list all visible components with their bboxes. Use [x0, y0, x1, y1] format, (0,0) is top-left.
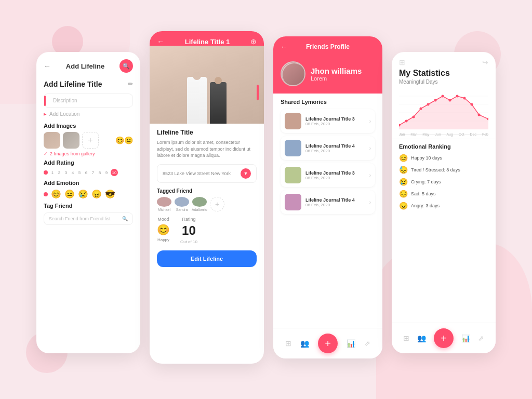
chart-dot-10 [463, 97, 466, 100]
rating-10[interactable]: 10 [111, 169, 118, 176]
gallery-text: 2 Images from gallery [50, 151, 95, 156]
emotion-neutral[interactable]: 😑 [64, 189, 75, 199]
rating-label: Rating [182, 217, 195, 222]
journal-date-3: 08 Feb, 2020 [305, 176, 365, 180]
logout-icon[interactable]: ↪ [482, 58, 488, 66]
friends-nav-icon[interactable]: 👥 [300, 339, 309, 348]
friend-adalberto-name: Adalberto [192, 208, 207, 211]
image-thumb-2[interactable] [63, 132, 79, 149]
images-row: + 😊😐 [36, 130, 140, 150]
tagged-friend-label: Tagged Friend [157, 188, 257, 194]
add-image-button[interactable]: + [82, 132, 99, 149]
rating-7[interactable]: 7 [90, 170, 96, 175]
rating-1[interactable]: 1 [50, 170, 55, 175]
stats-nav-icon-active[interactable]: 📊 [461, 334, 470, 342]
rating-5[interactable]: 5 [77, 170, 82, 175]
happy-emoji: 😊 [399, 154, 408, 162]
friend-adalberto-avatar [192, 197, 207, 207]
mood-rating-row: Mood 😊 Happy Rating 10 Out of 10 [157, 217, 257, 244]
rating-emoji: 😊😐 [115, 136, 133, 144]
description-field[interactable]: Discription [44, 94, 133, 108]
journal-item-4[interactable]: Lifeline Journal Title 4 06 Feb, 2020 › [281, 190, 375, 214]
journal-title-4: Lifeline Journal Title 4 [305, 197, 365, 203]
grid-icon[interactable]: ⊞ [399, 58, 405, 66]
search-button[interactable]: 🔍 [119, 59, 133, 73]
add-friend-button[interactable]: + [210, 197, 224, 211]
mood-name: Happy [157, 237, 169, 242]
friend-michael[interactable]: Michael [157, 197, 171, 211]
journal-info-3: Lifeline Journal Title 3 08 Feb, 2020 [305, 170, 365, 180]
home-nav-icon[interactable]: ⊞ [403, 334, 409, 342]
sad-label: Sad: 5 days [411, 191, 436, 196]
journal-item-2[interactable]: Lifeline Journal Title 4 06 Feb, 2020 › [281, 136, 375, 160]
friend-adalberto[interactable]: Adalberto [192, 197, 207, 211]
journal-title-2: Lifeline Journal Title 4 [305, 143, 365, 149]
friend-sandra[interactable]: Sandra [175, 197, 189, 211]
profile-info: Jhon williams Lorem [311, 66, 362, 82]
journal-thumb-3 [285, 167, 301, 183]
chevron-icon-3: › [369, 172, 371, 178]
back-icon[interactable]: ← [157, 37, 164, 46]
fab-button[interactable]: + [434, 328, 454, 348]
rating-9[interactable]: 9 [104, 170, 109, 175]
share-icon[interactable]: ⊕ [250, 37, 257, 46]
journal-title-3: Lifeline Journal Title 3 [305, 170, 365, 176]
home-nav-icon[interactable]: ⊞ [285, 339, 291, 348]
stats-nav-icon[interactable]: 📊 [347, 339, 355, 348]
rating-3[interactable]: 3 [63, 170, 69, 175]
search-friend-field[interactable]: Search Friend from Friend list 🔍 [44, 212, 133, 225]
back-icon[interactable]: ← [281, 43, 288, 51]
journal-thumb-2 [285, 140, 301, 156]
emotion-sad: 😔 Sad: 5 days [399, 190, 488, 198]
rating-8[interactable]: 8 [97, 170, 102, 175]
chart-svg [399, 88, 488, 129]
phone4-header: ⊞ ↪ [392, 52, 496, 69]
add-lifeline-title-label: Add Lifeline Title [44, 80, 102, 88]
image-thumb-1[interactable] [44, 132, 60, 149]
emotion-ranking-section: Emotional Ranking 😊 Happy 10 days 😓 Tire… [392, 143, 496, 210]
journal-item-3[interactable]: Lifeline Journal Title 3 08 Feb, 2020 › [281, 163, 375, 187]
share-nav-icon[interactable]: ⇗ [478, 334, 484, 342]
fab-button[interactable]: + [318, 334, 338, 353]
phone1-header: ← Add Lifeline 🔍 [36, 52, 140, 77]
phone1-header-title: Add Lifeline [66, 62, 104, 70]
chart-dot-2 [405, 120, 408, 123]
emotion-happy: 😊 Happy 10 days [399, 154, 488, 162]
journal-info-1: Lifeline Journal Title 3 08 Feb, 2020 [305, 116, 365, 126]
search-friend-icon: 🔍 [122, 216, 128, 221]
add-location-label: Add Location [49, 111, 79, 117]
chevron-icon-2: › [369, 145, 371, 151]
friends-nav-icon[interactable]: 👥 [417, 334, 426, 342]
journal-thumb-4 [285, 194, 301, 210]
profile-name: Jhon williams [311, 66, 362, 75]
rating-2[interactable]: 2 [57, 170, 62, 175]
x-label-jan: Jan [399, 132, 405, 136]
mood-col: Mood 😊 Happy [157, 217, 170, 242]
x-label-feb: Feb [482, 132, 488, 136]
gallery-label: ✓ 2 Images from gallery [36, 150, 140, 157]
emotion-happy[interactable]: 😊 [51, 189, 61, 199]
x-label-jun: Jun [435, 132, 441, 136]
rating-6[interactable]: 6 [84, 170, 89, 175]
emotion-crying: 😢 Crying: 7 days [399, 178, 488, 186]
add-emotion-label: Add Emotion [36, 178, 140, 188]
journal-item-1[interactable]: Lifeline Journal Title 3 08 Feb, 2020 › [281, 109, 375, 133]
add-location-row[interactable]: ▸ Add Location [44, 111, 133, 117]
phone2-body: Lifeline Title Lorem ipsum dolor sit ame… [150, 124, 264, 272]
back-icon[interactable]: ← [44, 62, 51, 70]
share-nav-icon[interactable]: ⇗ [364, 339, 370, 348]
emotion-cool[interactable]: 😎 [105, 189, 115, 199]
address-text: 8523 Lake View Street New York [163, 171, 231, 176]
phone-statistics: ⊞ ↪ My Statistics Meaningful Days [392, 52, 496, 353]
edit-icon[interactable]: ✏ [128, 81, 133, 88]
rating-4[interactable]: 4 [70, 170, 75, 175]
red-indicator [44, 96, 46, 106]
phone3-body: Shared Lymories Lifeline Journal Title 3… [273, 94, 382, 222]
friends-row: Michael Sandra Adalberto + [157, 197, 257, 211]
edit-lifeline-button[interactable]: Edit Lifeline [157, 250, 257, 267]
emotion-angry[interactable]: 😠 [91, 189, 102, 199]
emotion-cry[interactable]: 😢 [78, 189, 88, 199]
crying-label: Crying: 7 days [411, 179, 441, 184]
chart-dot-11 [471, 103, 473, 106]
x-label-dec: Dec [470, 132, 476, 136]
